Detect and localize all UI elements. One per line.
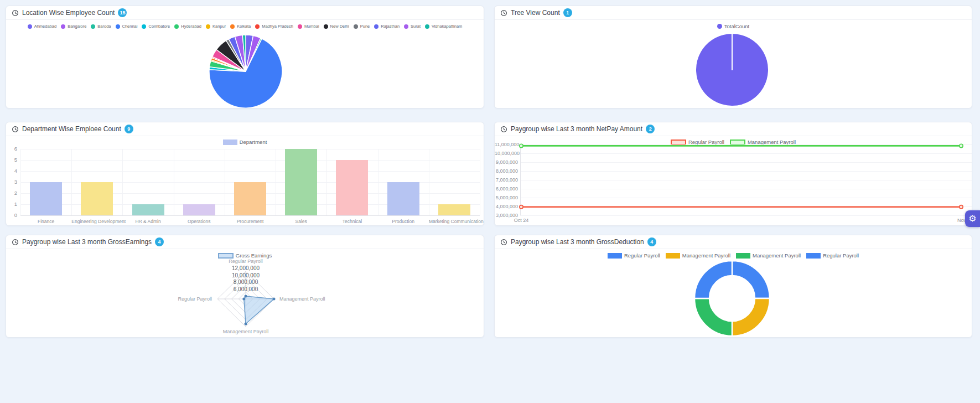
x-axis-tick: Sales bbox=[276, 219, 326, 224]
legend-label: Kolkata bbox=[237, 24, 251, 29]
chart-legend: Regular PayrollManagement PayrollManagem… bbox=[495, 252, 972, 259]
count-badge: 9 bbox=[125, 125, 133, 133]
radar-ring-label: 8,000,000 bbox=[212, 279, 279, 285]
card-title: Location Wise Employee Count bbox=[22, 9, 115, 17]
chart-legend: Department bbox=[6, 139, 484, 145]
legend-item[interactable]: Kanpur bbox=[206, 24, 226, 29]
clock-icon bbox=[500, 239, 507, 246]
count-badge: 2 bbox=[646, 125, 655, 133]
bar-production[interactable] bbox=[387, 182, 419, 215]
pie-chart-location[interactable] bbox=[208, 34, 283, 108]
legend-item[interactable]: Coimbatore bbox=[142, 24, 170, 29]
legend-item[interactable]: Gross Earnings bbox=[218, 252, 272, 259]
legend-label: Management Payroll bbox=[753, 252, 801, 259]
bar-hr-admin[interactable] bbox=[132, 204, 164, 215]
bar-engineering-development[interactable] bbox=[81, 182, 113, 215]
legend-item[interactable]: Pune bbox=[354, 24, 370, 29]
legend-label: Regular Payroll bbox=[624, 252, 660, 259]
legend-item[interactable]: Regular Payroll bbox=[608, 252, 660, 259]
legend-item[interactable]: Vishakapattinam bbox=[425, 24, 462, 29]
y-axis-tick: 10,000,000 bbox=[495, 151, 518, 156]
y-axis-tick: 11,000,000 bbox=[495, 142, 518, 147]
legend-label: Rajasthan bbox=[381, 24, 400, 29]
count-badge: 1 bbox=[563, 8, 572, 17]
legend-item[interactable]: New Delhi bbox=[324, 24, 349, 29]
legend-swatch bbox=[717, 24, 722, 29]
legend-label: New Delhi bbox=[330, 24, 349, 29]
legend-item[interactable]: Baroda bbox=[91, 24, 111, 29]
y-axis-tick: 6,000,000 bbox=[495, 186, 518, 192]
legend-swatch bbox=[206, 24, 210, 29]
x-axis-tick: Production bbox=[378, 219, 429, 224]
card-title: Paygroup wise Last 3 month GrossEarnings bbox=[22, 238, 152, 246]
x-axis-tick: Engineering Development bbox=[71, 219, 122, 224]
pie-chart-treeview[interactable] bbox=[694, 32, 770, 107]
x-axis-tick: HR & Admin bbox=[123, 219, 174, 224]
legend-swatch bbox=[354, 24, 358, 29]
legend-swatch bbox=[116, 24, 120, 29]
legend-item[interactable]: Rajasthan bbox=[374, 24, 400, 29]
line-series-layer[interactable] bbox=[517, 142, 971, 225]
bar-sales[interactable] bbox=[285, 149, 317, 215]
count-badge: 15 bbox=[118, 8, 127, 17]
clock-icon bbox=[12, 126, 19, 133]
gridline bbox=[480, 149, 480, 215]
legend-item[interactable]: TotalCount bbox=[717, 23, 749, 29]
x-axis-tick: Operations bbox=[174, 219, 225, 224]
clock-icon bbox=[500, 9, 507, 17]
legend-item[interactable]: Ahmedabad bbox=[28, 24, 56, 29]
legend-item[interactable]: Department bbox=[223, 139, 267, 145]
y-axis-tick: 0 bbox=[7, 212, 17, 218]
y-axis-tick: 4,000,000 bbox=[495, 204, 518, 209]
bar-operations[interactable] bbox=[183, 204, 215, 215]
radar-axis-label: Management Payroll bbox=[201, 329, 290, 334]
card-netpay-amount: Paygroup wise Last 3 month NetPay Amount… bbox=[494, 122, 972, 226]
legend-label: Pune bbox=[360, 24, 370, 29]
legend-label: Bangalore bbox=[68, 24, 86, 29]
legend-item[interactable]: Surat bbox=[404, 24, 421, 29]
gridline bbox=[326, 149, 327, 215]
clock-icon bbox=[12, 9, 19, 17]
legend-item[interactable]: Management Payroll bbox=[666, 252, 730, 259]
chart-legend: AhmedabadBangaloreBarodaChennaiCoimbator… bbox=[6, 24, 484, 29]
legend-swatch bbox=[806, 253, 821, 259]
card-header: Paygroup wise Last 3 month GrossEarnings… bbox=[6, 235, 484, 249]
card-tree-view-count: Tree View Count 1 TotalCount bbox=[494, 6, 972, 108]
bar-finance[interactable] bbox=[30, 182, 62, 215]
legend-item[interactable]: Mumbai bbox=[298, 24, 319, 29]
bar-procurement[interactable] bbox=[234, 182, 266, 215]
legend-item[interactable]: Chennai bbox=[116, 24, 138, 29]
legend-label: Mumbai bbox=[304, 24, 319, 29]
legend-item[interactable]: Kolkata bbox=[230, 24, 251, 29]
legend-swatch bbox=[218, 253, 234, 259]
legend-label: TotalCount bbox=[724, 23, 749, 29]
y-axis-tick: 5 bbox=[7, 157, 17, 163]
y-axis-tick: 6 bbox=[7, 146, 17, 152]
legend-item[interactable]: Bangalore bbox=[61, 24, 86, 29]
y-axis-tick: 8,000,000 bbox=[495, 168, 518, 174]
legend-swatch bbox=[324, 24, 328, 29]
x-axis-tick: Procurement bbox=[225, 219, 276, 224]
y-axis-tick: 9,000,000 bbox=[495, 159, 518, 165]
legend-label: Gross Earnings bbox=[236, 252, 272, 259]
gridline bbox=[122, 149, 123, 215]
legend-item[interactable]: Regular Payroll bbox=[806, 252, 859, 259]
card-header: Location Wise Employee Count 15 bbox=[6, 6, 484, 20]
radar-ring-label: 10,000,000 bbox=[212, 272, 279, 278]
card-location-wise-employee-count: Location Wise Employee Count 15 Ahmedaba… bbox=[6, 6, 484, 108]
clock-icon bbox=[500, 126, 507, 133]
gridline bbox=[20, 149, 21, 215]
y-axis-tick: 2 bbox=[7, 190, 17, 196]
legend-label: Madhya Pradesh bbox=[262, 24, 293, 29]
legend-item[interactable]: Madhya Pradesh bbox=[255, 24, 293, 29]
bar-marketing-communication[interactable] bbox=[438, 204, 470, 215]
chart-legend: TotalCount bbox=[495, 23, 972, 29]
doughnut-chart-gross-deduction[interactable] bbox=[693, 260, 771, 337]
legend-item[interactable]: Management Payroll bbox=[736, 252, 801, 259]
clock-icon bbox=[12, 239, 19, 246]
bar-technical[interactable] bbox=[336, 160, 368, 215]
gridline bbox=[174, 149, 174, 215]
card-gross-earnings: Paygroup wise Last 3 month GrossEarnings… bbox=[6, 235, 484, 338]
settings-button[interactable]: ⚙ bbox=[965, 210, 980, 227]
legend-item[interactable]: Hyderabad bbox=[174, 24, 201, 29]
